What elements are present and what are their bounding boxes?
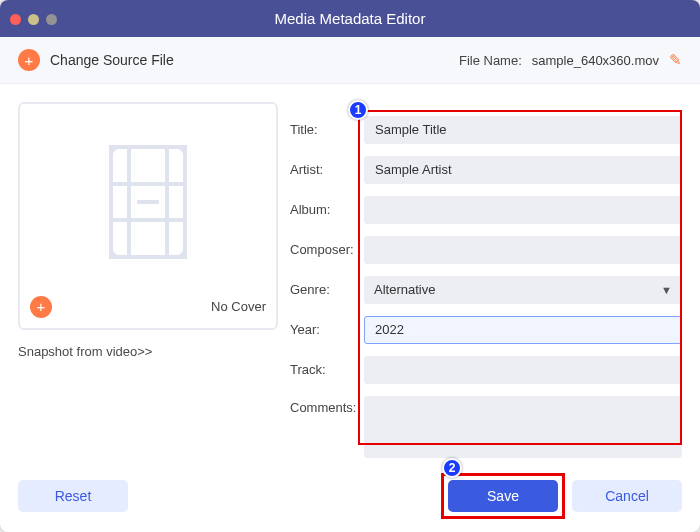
footer: Reset 2 Save Cancel — [0, 470, 700, 532]
window-title: Media Metadata Editor — [0, 10, 700, 27]
cover-panel: + No Cover — [18, 102, 278, 330]
chevron-down-icon: ▼ — [661, 284, 672, 296]
maximize-window-icon[interactable] — [46, 14, 57, 25]
save-button[interactable]: Save — [448, 480, 558, 512]
title-label: Title: — [290, 122, 364, 137]
annotation-badge-1: 1 — [348, 100, 368, 120]
genre-label: Genre: — [290, 282, 364, 297]
title-input[interactable] — [364, 116, 682, 144]
snapshot-from-video-link[interactable]: Snapshot from video>> — [18, 344, 278, 359]
add-cover-button[interactable]: + — [30, 296, 52, 318]
annotation-badge-2: 2 — [442, 458, 462, 478]
cover-column: + No Cover Snapshot from video>> — [18, 102, 278, 470]
track-input[interactable] — [364, 356, 682, 384]
composer-input[interactable] — [364, 236, 682, 264]
close-window-icon[interactable] — [10, 14, 21, 25]
album-label: Album: — [290, 202, 364, 217]
cover-placeholder-icon — [30, 114, 266, 290]
reset-button[interactable]: Reset — [18, 480, 128, 512]
edit-filename-icon[interactable]: ✎ — [669, 51, 682, 69]
title-bar: Media Metadata Editor — [0, 0, 700, 37]
year-input[interactable] — [364, 316, 682, 344]
track-label: Track: — [290, 362, 364, 377]
svg-rect-2 — [167, 147, 185, 257]
metadata-form: 1 Title: Artist: Album: Composer: Genre: — [290, 102, 682, 470]
app-window: Media Metadata Editor + Change Source Fi… — [0, 0, 700, 532]
artist-input[interactable] — [364, 156, 682, 184]
toolbar: + Change Source File File Name: sample_6… — [0, 37, 700, 84]
comments-label: Comments: — [290, 396, 364, 415]
filename-section: File Name: sample_640x360.mov ✎ — [459, 51, 682, 69]
filename-value: sample_640x360.mov — [532, 53, 659, 68]
genre-select[interactable]: Alternative ▼ — [364, 276, 682, 304]
change-source-label: Change Source File — [50, 52, 174, 68]
genre-value: Alternative — [374, 282, 435, 297]
window-controls — [10, 14, 57, 25]
minimize-window-icon[interactable] — [28, 14, 39, 25]
main-body: + No Cover Snapshot from video>> 1 Title… — [0, 84, 700, 470]
comments-input[interactable] — [364, 396, 682, 458]
change-source-button[interactable]: + Change Source File — [18, 49, 174, 71]
artist-label: Artist: — [290, 162, 364, 177]
cancel-button[interactable]: Cancel — [572, 480, 682, 512]
no-cover-label: No Cover — [211, 299, 266, 314]
year-label: Year: — [290, 322, 364, 337]
svg-rect-1 — [111, 147, 129, 257]
plus-icon: + — [18, 49, 40, 71]
filename-label: File Name: — [459, 53, 522, 68]
album-input[interactable] — [364, 196, 682, 224]
composer-label: Composer: — [290, 242, 364, 257]
